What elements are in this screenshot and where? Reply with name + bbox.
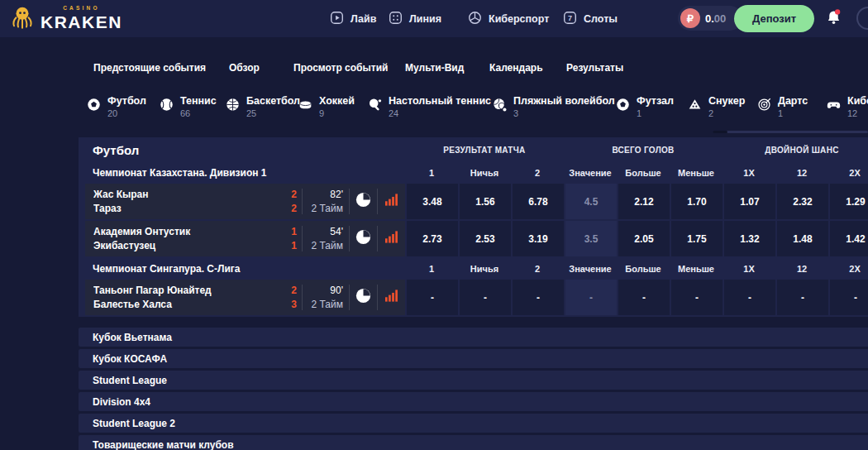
collapsed-league-bar[interactable]: Student League <box>79 371 868 390</box>
collapsed-league-bar[interactable]: Кубок КОСАФА <box>79 349 868 368</box>
subnav-item-5[interactable]: Календарь <box>489 62 543 74</box>
sport-tab-darts[interactable]: Дартс1 <box>757 95 808 118</box>
odds-cell[interactable]: 1.29 <box>830 184 868 219</box>
section-title: Футбол <box>79 143 405 157</box>
deposit-button[interactable]: Депозит <box>734 5 814 32</box>
match-tracker-button[interactable] <box>350 221 377 256</box>
leagues-container: Чемпионат Казахстана. Дивизион 11Ничья2З… <box>79 162 868 315</box>
odds-cell[interactable]: 2.32 <box>777 184 828 219</box>
odds-cell[interactable]: 2.05 <box>618 221 670 256</box>
events-navigation: Предстоящие событияОбзорПросмотр событий… <box>0 37 868 83</box>
balance-pill[interactable]: ₽ 0. 00 <box>678 6 742 31</box>
home-score: 1 <box>284 226 297 237</box>
team-names: Таньонг Пагар ЮнайтедБалестье Халса <box>85 280 284 315</box>
odds-cell[interactable]: - <box>777 280 828 315</box>
odds-column-header: 12 <box>775 264 828 274</box>
home-team-name: Жас Кыран <box>93 189 284 200</box>
odds-cell[interactable]: 3.19 <box>513 221 564 256</box>
subnav-item-4[interactable]: Мульти-Вид <box>405 62 464 74</box>
collapsed-league-bar[interactable]: Кубок Вьетнама <box>79 328 868 347</box>
match-teams-cell[interactable]: Таньонг Пагар ЮнайтедБалестье Халса2390'… <box>85 280 405 315</box>
match-teams-cell[interactable]: Жас КыранТараз2282'2 Тайм <box>85 184 405 219</box>
odds-cell[interactable]: - <box>407 280 458 315</box>
odds-cell[interactable]: 1.70 <box>671 184 723 219</box>
brand-logo[interactable]: CASINO KRAKEN <box>10 4 122 32</box>
sport-tab-football[interactable]: Футбол20 <box>87 95 146 118</box>
topnav-item-live[interactable]: Лайв <box>329 0 376 37</box>
match-statistics-button[interactable] <box>378 280 405 315</box>
sports-tabs-scrollbar[interactable] <box>713 131 868 133</box>
team-names: Академия ОнтустикЭкибастузец <box>85 221 284 256</box>
subnav-item-1[interactable]: Предстоящие события <box>93 62 206 74</box>
hockey-icon <box>298 98 312 112</box>
odds-cell[interactable]: 2.53 <box>460 221 511 256</box>
odds-cell[interactable]: 2.73 <box>407 221 458 256</box>
statistics-icon <box>385 194 398 209</box>
sport-tab-text: Теннис66 <box>180 95 217 118</box>
league-header[interactable]: Чемпионат Казахстана. Дивизион 11Ничья2З… <box>79 162 868 184</box>
odds-cell[interactable]: - <box>618 280 670 315</box>
odds-column-header: 1 <box>405 264 458 274</box>
collapsed-league-bar[interactable]: Division 4x4 <box>79 392 868 411</box>
league-header[interactable]: Чемпионат Сингапура. С-Лига1Ничья2Значен… <box>79 258 868 280</box>
sport-tab-futsal[interactable]: Футзал1 <box>616 95 674 118</box>
odds-cell[interactable]: 1.07 <box>724 184 775 219</box>
odds-cell[interactable]: - <box>460 280 511 315</box>
odds-cell[interactable]: 1.56 <box>460 184 511 219</box>
odds-cell[interactable]: 1.75 <box>671 221 723 256</box>
match-tracker-button[interactable] <box>350 184 377 219</box>
market-group-label: РЕЗУЛЬТАТ МАТЧА <box>405 146 564 155</box>
subnav-item-3[interactable]: Просмотр событий <box>293 62 388 74</box>
odds-cell[interactable]: - <box>724 280 775 315</box>
away-score: 3 <box>284 299 297 310</box>
topnav-item-line[interactable]: Линия <box>388 0 441 37</box>
sport-tab-text: Настольный теннис24 <box>389 95 491 118</box>
notifications-bell-icon[interactable] <box>825 8 842 29</box>
odds-cell[interactable]: 1.42 <box>830 221 868 256</box>
subnav-item-6[interactable]: Результаты <box>566 62 623 74</box>
sports-tabs-scrollbar-thumb[interactable] <box>713 131 727 133</box>
odds-column-header: 2 <box>511 264 564 274</box>
sport-tab-count: 1 <box>778 108 808 118</box>
sport-tab-text: Баскетбол25 <box>246 95 300 118</box>
match-tracker-button[interactable] <box>350 280 377 315</box>
match-row: Академия ОнтустикЭкибастузец1154'2 Тайм2… <box>79 221 868 256</box>
topnav-item-label: Слоты <box>584 13 618 25</box>
odds-cell[interactable]: 1.48 <box>777 221 828 256</box>
match-teams-cell[interactable]: Академия ОнтустикЭкибастузец1154'2 Тайм <box>85 221 405 256</box>
odds-column-header: Ничья <box>458 264 511 274</box>
sport-tab-beach-volleyball[interactable]: Пляжный волейбол3 <box>493 95 615 118</box>
odds-cell[interactable]: - <box>513 280 564 315</box>
match-minute: 90' <box>303 285 343 296</box>
collapsed-league-bar[interactable]: Student League 2 <box>79 414 868 433</box>
match-statistics-button[interactable] <box>378 221 405 256</box>
profile-avatar[interactable] <box>856 7 868 30</box>
topnav-item-cybersport[interactable]: Киберспорт <box>467 0 549 37</box>
sport-tab-snooker[interactable]: Снукер2 <box>688 95 745 118</box>
odds-cell[interactable]: 1.32 <box>724 221 775 256</box>
away-team-name: Тараз <box>93 203 284 214</box>
tennis-icon <box>160 98 174 112</box>
match-statistics-button[interactable] <box>378 184 405 219</box>
market-groups-row: Футбол РЕЗУЛЬТАТ МАТЧА ВСЕГО ГОЛОВ ДВОЙН… <box>79 137 868 162</box>
sport-tab-hockey[interactable]: Хоккей9 <box>298 95 355 118</box>
subnav-item-2[interactable]: Обзор <box>229 62 260 74</box>
odds-cell[interactable]: - <box>830 280 868 315</box>
sport-tab-count: 24 <box>389 108 491 118</box>
sport-tab-count: 25 <box>246 108 300 118</box>
sport-tab-table-tennis[interactable]: Настольный теннис24 <box>368 95 491 118</box>
sport-tab-label: КиберСпорт <box>847 95 868 107</box>
market-group-label: ДВОЙНОЙ ШАНС <box>723 146 868 155</box>
odds-cell[interactable]: 6.78 <box>513 184 564 219</box>
collapsed-league-bar[interactable]: Товарищеские матчи клубов <box>79 435 868 450</box>
odds-cell[interactable]: 2.12 <box>618 184 670 219</box>
odds-cell[interactable]: - <box>671 280 723 315</box>
sport-tab-basketball[interactable]: Баскетбол25 <box>226 95 300 118</box>
league-name: Чемпионат Казахстана. Дивизион 1 <box>79 167 405 179</box>
odds-column-header: 1X <box>723 168 775 178</box>
sport-tab-esports[interactable]: КиберСпорт12 <box>827 95 868 118</box>
topnav-item-slots[interactable]: 7Слоты <box>562 0 618 37</box>
table-tennis-icon <box>368 98 382 112</box>
sport-tab-tennis[interactable]: Теннис66 <box>160 95 217 118</box>
odds-cell[interactable]: 3.48 <box>407 184 458 219</box>
